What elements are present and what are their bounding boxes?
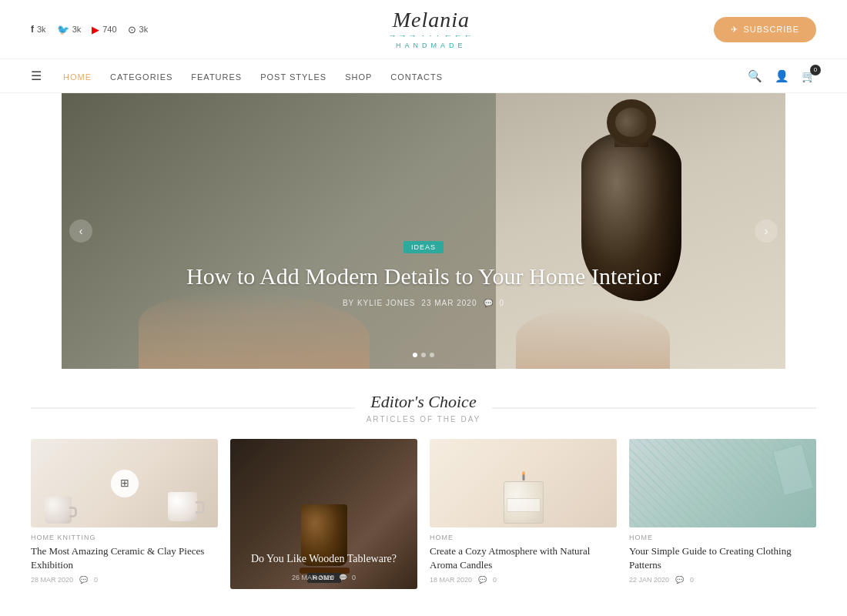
facebook-count: 3k bbox=[37, 25, 46, 34]
card-image-4[interactable] bbox=[629, 439, 816, 527]
user-icon[interactable]: 👤 bbox=[775, 69, 789, 83]
section-header: Editor's Choice Articles Of The Day bbox=[0, 392, 847, 424]
nav-item-post-styles[interactable]: POST STYLES bbox=[260, 69, 326, 83]
nav-links: HOME CATEGORIES FEATURES POST STYLES SHO… bbox=[63, 69, 443, 83]
hero-comments: 0 bbox=[500, 299, 505, 307]
nav-link-features[interactable]: FEATURES bbox=[191, 72, 242, 82]
card-image-2[interactable]: HOME Do You Like Wooden Tableware? 26 MA… bbox=[230, 439, 417, 589]
facebook-icon: f bbox=[31, 24, 34, 35]
logo-decoration: →→→ · · · ←←← bbox=[388, 31, 474, 40]
site-subtitle: HANDMADE bbox=[388, 42, 474, 49]
card-wooden: HOME Do You Like Wooden Tableware? 26 MA… bbox=[230, 439, 417, 589]
nav-link-home[interactable]: HOME bbox=[63, 72, 92, 82]
card-comment-icon-4: 💬 bbox=[675, 576, 684, 584]
card-meta-1: 28 MAR 2020 💬 0 bbox=[31, 576, 218, 584]
card-comments-2: 0 bbox=[352, 574, 356, 581]
card-image-1[interactable]: ⊞ bbox=[31, 439, 218, 527]
hero-section: IDEAS How to Add Modern Details to Your … bbox=[62, 93, 785, 369]
hero-content: IDEAS How to Add Modern Details to Your … bbox=[62, 239, 785, 307]
site-logo[interactable]: Melania →→→ · · · ←←← HANDMADE bbox=[388, 9, 474, 49]
card-play-icon[interactable]: ⊞ bbox=[111, 470, 139, 497]
card-title-3[interactable]: Create a Cozy Atmosphere with Natural Ar… bbox=[430, 544, 617, 572]
card-image-3[interactable] bbox=[430, 439, 617, 527]
card-ceramic: ⊞ HOME KNITTING The Most Amazing Ceramic… bbox=[31, 439, 218, 589]
section-subtitle: Articles Of The Day bbox=[0, 415, 847, 424]
nav-item-features[interactable]: FEATURES bbox=[191, 69, 242, 83]
hero-next-button[interactable]: › bbox=[755, 219, 778, 243]
nav-right: 🔍 👤 🛒 0 bbox=[748, 69, 816, 83]
hero-author: BY KYLIE JONES bbox=[343, 299, 415, 307]
card-date-3: 18 MAR 2020 bbox=[430, 576, 472, 584]
nav-item-shop[interactable]: SHOP bbox=[345, 69, 372, 83]
hero-date: 23 MAR 2020 bbox=[421, 299, 477, 307]
card-category-1: HOME KNITTING bbox=[31, 534, 218, 541]
cart-wrap[interactable]: 🛒 0 bbox=[802, 69, 816, 83]
youtube-icon: ▶ bbox=[92, 24, 99, 35]
hero-comments-icon: 💬 bbox=[484, 299, 494, 307]
instagram-social[interactable]: ⊙ 3k bbox=[128, 24, 149, 35]
nav-item-home[interactable]: HOME bbox=[63, 69, 92, 83]
card-overlay-title-2[interactable]: Do You Like Wooden Tableware? bbox=[230, 552, 417, 566]
card-comments-1: 0 bbox=[94, 576, 98, 584]
card-comment-icon-1: 💬 bbox=[79, 576, 88, 584]
card-category-4: HOME bbox=[629, 534, 816, 541]
hero-dots bbox=[413, 353, 434, 357]
hero-prev-button[interactable]: ‹ bbox=[69, 219, 92, 243]
site-title: Melania bbox=[388, 9, 474, 31]
cart-badge: 0 bbox=[810, 65, 821, 75]
card-candle: HOME Create a Cozy Atmosphere with Natur… bbox=[430, 439, 617, 589]
social-links: f 3k 🐦 3k ▶ 740 ⊙ 3k bbox=[31, 24, 148, 35]
top-bar: f 3k 🐦 3k ▶ 740 ⊙ 3k Melania →→→ · · · ←… bbox=[0, 0, 847, 59]
hero-badge: IDEAS bbox=[403, 241, 444, 253]
nav-item-contacts[interactable]: CONTACTS bbox=[390, 69, 443, 83]
card-comments-3: 0 bbox=[493, 576, 497, 584]
instagram-count: 3k bbox=[139, 25, 149, 34]
hero-meta: BY KYLIE JONES 23 MAR 2020 💬 0 bbox=[62, 299, 785, 307]
card-title-4[interactable]: Your Simple Guide to Creating Clothing P… bbox=[629, 544, 816, 572]
search-icon[interactable]: 🔍 bbox=[748, 69, 762, 83]
card-meta-4: 22 JAN 2020 💬 0 bbox=[629, 576, 816, 584]
youtube-social[interactable]: ▶ 740 bbox=[92, 24, 116, 35]
cards-row: ⊞ HOME KNITTING The Most Amazing Ceramic… bbox=[0, 439, 847, 589]
card-comment-icon-3: 💬 bbox=[478, 576, 487, 584]
card-date-2: 26 MAR 2020 bbox=[292, 574, 334, 581]
subscribe-icon: ✈ bbox=[731, 25, 738, 35]
hamburger-menu[interactable]: ☰ bbox=[31, 69, 42, 83]
nav-left: ☰ HOME CATEGORIES FEATURES POST STYLES S… bbox=[31, 69, 443, 83]
nav-link-categories[interactable]: CATEGORIES bbox=[110, 72, 172, 82]
card-category-3: HOME bbox=[430, 534, 617, 541]
section-title: Editor's Choice bbox=[355, 392, 491, 412]
card-comment-icon-2: 💬 bbox=[339, 574, 347, 581]
card-comments-4: 0 bbox=[690, 576, 694, 584]
nav-link-contacts[interactable]: CONTACTS bbox=[390, 72, 443, 82]
youtube-count: 740 bbox=[102, 25, 116, 34]
subscribe-label: SUBSCRIBE bbox=[743, 25, 799, 34]
twitter-icon: 🐦 bbox=[57, 24, 69, 35]
nav-link-post-styles[interactable]: POST STYLES bbox=[260, 72, 326, 82]
twitter-social[interactable]: 🐦 3k bbox=[57, 24, 82, 35]
hero-dot-1[interactable] bbox=[413, 353, 417, 357]
main-nav: ☰ HOME CATEGORIES FEATURES POST STYLES S… bbox=[0, 59, 847, 93]
twitter-count: 3k bbox=[72, 25, 82, 34]
nav-link-shop[interactable]: SHOP bbox=[345, 72, 372, 82]
card-date-4: 22 JAN 2020 bbox=[629, 576, 669, 584]
hero-dot-3[interactable] bbox=[430, 353, 434, 357]
facebook-social[interactable]: f 3k bbox=[31, 24, 46, 35]
subscribe-button[interactable]: ✈ SUBSCRIBE bbox=[714, 17, 816, 42]
hero-title[interactable]: How to Add Modern Details to Your Home I… bbox=[62, 261, 785, 291]
instagram-icon: ⊙ bbox=[128, 24, 136, 35]
card-knitting: HOME Your Simple Guide to Creating Cloth… bbox=[629, 439, 816, 589]
hero-container: IDEAS How to Add Modern Details to Your … bbox=[0, 93, 847, 369]
hero-dot-2[interactable] bbox=[421, 353, 426, 357]
nav-item-categories[interactable]: CATEGORIES bbox=[110, 69, 172, 83]
card-title-1[interactable]: The Most Amazing Ceramic & Clay Pieces E… bbox=[31, 544, 218, 572]
card-date-1: 28 MAR 2020 bbox=[31, 576, 73, 584]
card-meta-3: 18 MAR 2020 💬 0 bbox=[430, 576, 617, 584]
